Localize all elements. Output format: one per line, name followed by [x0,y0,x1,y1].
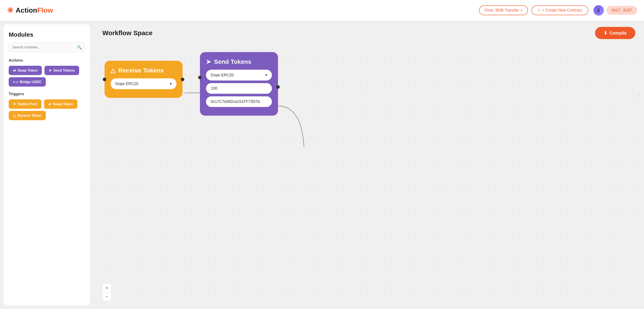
send-tokens-label: Send Tokens [53,69,74,73]
triggers-section: Triggers ✕ Twitter Post ⇄ Swap Token △ R… [9,92,85,120]
flow-selector[interactable]: Flow: BNB Transfer ▾ [479,6,528,15]
receive-node-right-dot[interactable] [181,78,184,81]
twitter-icon: ✕ [13,102,16,106]
chevron-down-icon: ▾ [521,9,522,12]
receive-trigger-icon: △ [13,114,16,118]
main-layout: Modules 🔍 Actions ⇄ Swap Token ➤ Send To… [0,21,644,309]
swap-token-action-button[interactable]: ⇄ Swap Token [9,66,42,75]
eth-avatar[interactable]: ⟠ [594,5,604,16]
logo-action-text: Action [16,6,37,14]
sidebar: Modules 🔍 Actions ⇄ Swap Token ➤ Send To… [4,24,90,305]
swap-token-trigger-button[interactable]: ⇄ Swap Token [44,99,77,109]
swap-token-label: Swap Token [18,69,38,73]
triggers-row-2: △ Receive Token [9,111,85,120]
logo-text: ActionFlow [16,6,53,14]
receive-token-label: Receive Token [17,114,42,118]
actions-row-1: ⇄ Swap Token ➤ Send Tokens [9,66,85,75]
search-icon: 🔍 [77,45,82,50]
receive-token-dropdown[interactable]: Dope ERC20 ▾ [110,78,176,89]
bridge-icon: ⟷ [13,80,18,84]
flow-name: BNB Transfer [496,8,519,13]
zoom-in-button[interactable]: + [102,284,111,292]
actions-label: Actions [9,58,85,63]
receive-tokens-node[interactable]: △ Receive Tokens Dope ERC20 ▾ [104,61,182,98]
twitter-post-trigger-button[interactable]: ✕ Twitter Post [9,99,42,109]
swap-token-trigger-label: Swap Token [53,102,73,106]
actions-row-2: ⟷ Bridge USDC [9,77,85,87]
receive-dropdown-chevron: ▾ [170,81,172,86]
triggers-label: Triggers [9,92,85,96]
zoom-in-icon: + [106,285,108,291]
header: ✳ ActionFlow Flow: BNB Transfer ▾ + + Cr… [0,0,644,21]
send-node-left-dot[interactable] [198,76,202,79]
compile-icon: ⬇ [604,30,607,36]
send-address-input[interactable]: 0x17C7e082ca151FF73D7b [206,96,272,107]
workflow-title: Workflow Space [102,29,152,37]
resize-handle[interactable]: ⋮ [637,93,642,98]
receive-node-title-text: Receive Tokens [118,67,164,74]
search-box: 🔍 [9,43,85,52]
wallet-address[interactable]: 0x17...5c57 [606,6,637,15]
send-node-right-dot[interactable] [276,85,280,89]
send-node-title: ➤ Send Tokens [206,58,272,65]
logo-icon: ✳ [7,6,14,15]
compile-label: Compile [610,31,627,36]
workflow-header: Workflow Space ⬇ Compile [94,21,644,39]
compile-button[interactable]: ⬇ Compile [595,27,635,39]
send-token-dropdown[interactable]: Dope ERC20 ▾ [206,70,272,81]
bridge-usdc-action-button[interactable]: ⟷ Bridge USDC [9,77,46,87]
receive-dropdown-value: Dope ERC20 [115,82,138,86]
header-right: ⟠ 0x17...5c57 [594,5,637,16]
zoom-controls: + − [102,283,112,301]
create-contract-label: + Create New Contract [542,8,582,13]
workflow-canvas[interactable]: △ Receive Tokens Dope ERC20 ▾ ➤ Send Tok… [94,39,644,309]
swap-icon: ⇄ [13,68,16,73]
receive-token-trigger-button[interactable]: △ Receive Token [9,111,46,120]
sidebar-title: Modules [9,31,85,38]
logo-flow-text: Flow [37,6,53,14]
send-dropdown-value: Dope ERC20 [211,73,234,78]
receive-node-title: △ Receive Tokens [110,67,176,74]
logo-area: ✳ ActionFlow [7,6,474,15]
send-dropdown-chevron: ▾ [265,73,267,78]
send-address-value: 0x17C7e082ca151FF73D7b [211,99,260,104]
bridge-usdc-label: Bridge USDC [20,80,42,84]
triggers-row-1: ✕ Twitter Post ⇄ Swap Token [9,99,85,109]
create-contract-button[interactable]: + + Create New Contract [532,6,588,15]
zoom-out-button[interactable]: − [102,292,111,301]
send-amount-value: 100 [211,86,217,91]
send-tokens-node[interactable]: ➤ Send Tokens Dope ERC20 ▾ 100 0x17C7e08… [200,52,278,116]
zoom-out-icon: − [106,294,108,299]
receive-node-icon: △ [110,67,115,74]
send-node-icon: ➤ [206,58,211,65]
flow-label: Flow: [485,8,494,13]
workflow-space: Workflow Space ⬇ Compile △ Receive Token… [94,21,644,309]
search-input[interactable] [9,43,85,52]
send-amount-input[interactable]: 100 [206,83,272,94]
header-center: Flow: BNB Transfer ▾ + + Create New Cont… [479,6,588,15]
send-node-title-text: Send Tokens [214,58,251,65]
create-contract-plus-icon: + [538,8,540,13]
send-icon: ➤ [49,68,52,73]
receive-node-left-dot[interactable] [103,78,106,81]
swap-trigger-icon: ⇄ [48,102,51,106]
twitter-post-label: Twitter Post [18,102,37,106]
eth-icon: ⟠ [598,8,600,13]
send-tokens-action-button[interactable]: ➤ Send Tokens [44,66,79,75]
